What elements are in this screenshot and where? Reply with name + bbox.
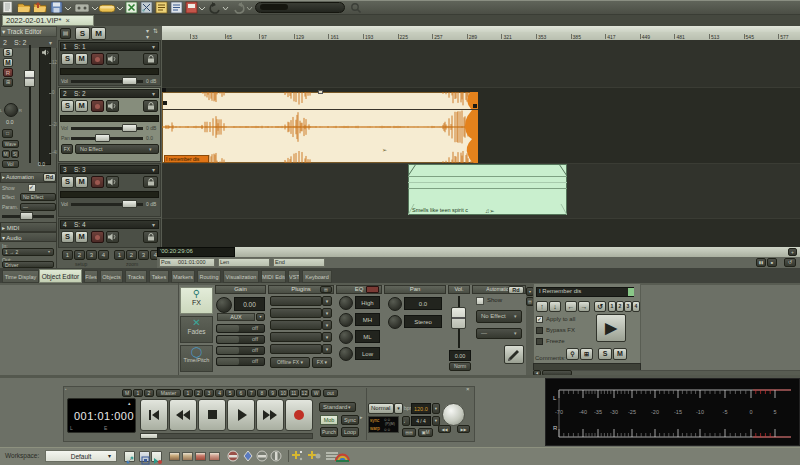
svg-text:-40: -40 xyxy=(579,409,587,415)
svg-text:-30: -30 xyxy=(610,409,618,415)
svg-text:R: R xyxy=(553,425,558,431)
svg-text:-10: -10 xyxy=(696,409,704,415)
svg-text:-5: -5 xyxy=(723,409,728,415)
svg-text:-20: -20 xyxy=(651,409,659,415)
svg-text:-15: -15 xyxy=(674,409,682,415)
svg-text:-25: -25 xyxy=(628,409,636,415)
svg-text:0: 0 xyxy=(749,409,752,415)
svg-text:L: L xyxy=(553,395,557,401)
svg-text:5: 5 xyxy=(773,409,776,415)
svg-text:-35: -35 xyxy=(594,409,602,415)
